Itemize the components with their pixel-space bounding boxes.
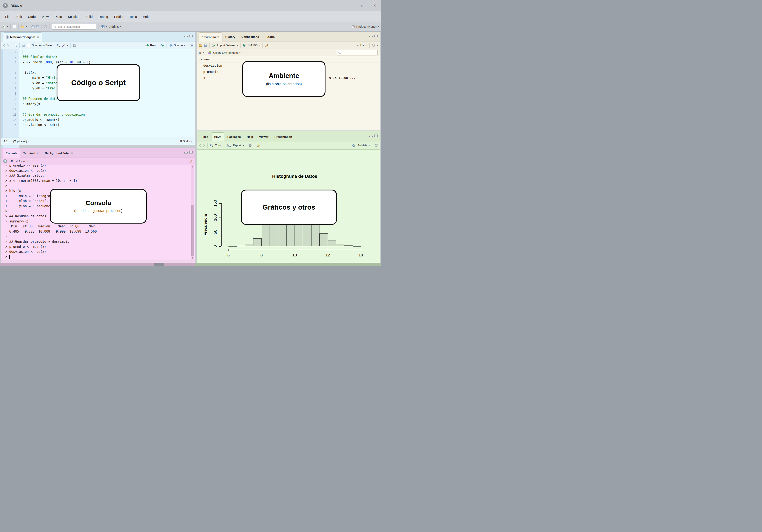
- export-plot-icon[interactable]: [227, 144, 231, 147]
- tab-terminal[interactable]: Terminal✕: [20, 149, 42, 158]
- tab-connections[interactable]: Connections: [238, 32, 262, 41]
- publish-caret-icon[interactable]: ▾: [368, 145, 370, 147]
- list-view-label[interactable]: List: [360, 44, 365, 47]
- console-scrollbar-thumb[interactable]: [191, 205, 194, 256]
- tab-environment[interactable]: Environment: [198, 33, 222, 41]
- tab-presentation[interactable]: Presentation: [271, 132, 295, 141]
- run-button[interactable]: Run: [145, 44, 156, 47]
- clear-console-icon[interactable]: [189, 160, 192, 163]
- maximize-button[interactable]: □: [356, 0, 368, 11]
- language-caret-icon[interactable]: ▾: [203, 52, 204, 54]
- load-workspace-icon[interactable]: [199, 44, 202, 47]
- menu-debug[interactable]: Debug: [96, 15, 111, 19]
- scope-selector[interactable]: (Top Level) ↕: [13, 140, 29, 143]
- code-line-15[interactable]: 15desviacion <- sd(x): [1, 122, 195, 127]
- open-file-icon[interactable]: [21, 25, 25, 29]
- footer-divider-handle[interactable]: [154, 263, 164, 266]
- new-project-icon[interactable]: [13, 25, 16, 29]
- tab-background-jobs[interactable]: Background Jobs✕: [42, 149, 76, 158]
- save-source-icon[interactable]: [22, 44, 25, 47]
- popout-icon[interactable]: [14, 44, 17, 47]
- code-line-11[interactable]: 11summary(x): [1, 101, 195, 106]
- memory-usage-icon[interactable]: [243, 44, 246, 47]
- code-line-1[interactable]: 1: [1, 49, 195, 54]
- pane-minimize-icon[interactable]: [185, 152, 188, 154]
- code-line-14[interactable]: 14promedio <- mean(x): [1, 117, 195, 122]
- addins-caret-icon[interactable]: ▾: [120, 26, 121, 28]
- code-tools-icon[interactable]: [62, 44, 65, 47]
- panes-caret-icon[interactable]: ▾: [106, 26, 107, 28]
- menu-build[interactable]: Build: [82, 15, 96, 19]
- code-line-13[interactable]: 13## Guardar promedio y desviacion: [1, 112, 195, 117]
- global-environment-selector[interactable]: Global Environment: [213, 51, 238, 54]
- print-icon[interactable]: [44, 25, 47, 29]
- forward-icon[interactable]: [7, 44, 9, 47]
- find-replace-icon[interactable]: [57, 44, 60, 47]
- memory-usage-label[interactable]: 144 MiB: [247, 44, 258, 47]
- tab-packages[interactable]: Packages: [224, 132, 244, 141]
- tab-history[interactable]: History: [222, 32, 239, 41]
- next-plot-icon[interactable]: [203, 144, 205, 147]
- tab-plots[interactable]: Plots: [211, 132, 224, 141]
- export-plot-label[interactable]: Export: [233, 144, 241, 147]
- import-caret-icon[interactable]: ▾: [237, 44, 238, 46]
- pane-minimize-icon[interactable]: [185, 36, 188, 37]
- tab-tutorial[interactable]: Tutorial: [262, 32, 278, 41]
- source-on-save-checkbox[interactable]: [27, 44, 30, 47]
- menu-plots[interactable]: Plots: [52, 15, 65, 19]
- publish-label[interactable]: Publish: [357, 144, 367, 147]
- pane-minimize-icon[interactable]: [369, 36, 373, 37]
- clear-plots-icon[interactable]: [257, 144, 260, 147]
- pane-maximize-icon[interactable]: [374, 135, 378, 137]
- zoom-plot-icon[interactable]: [210, 144, 213, 147]
- menu-view[interactable]: View: [39, 15, 52, 19]
- open-file-caret-icon[interactable]: ▾: [26, 26, 27, 28]
- memory-caret-icon[interactable]: ▾: [260, 44, 261, 46]
- new-file-caret-icon[interactable]: ▾: [7, 26, 8, 28]
- menu-tools[interactable]: Tools: [126, 15, 140, 19]
- tab-files[interactable]: Files: [198, 132, 211, 141]
- workspace-panes-icon[interactable]: [101, 25, 105, 29]
- list-caret-icon[interactable]: ▾: [366, 44, 367, 46]
- save-workspace-icon[interactable]: [204, 44, 207, 47]
- clear-environment-icon[interactable]: [265, 44, 268, 47]
- source-button[interactable]: Source ▾: [169, 44, 185, 47]
- publish-icon[interactable]: [352, 144, 356, 147]
- remove-plot-icon[interactable]: [249, 144, 252, 147]
- document-outline-icon[interactable]: [190, 44, 193, 47]
- pane-maximize-icon[interactable]: [374, 35, 378, 37]
- export-caret-icon[interactable]: ▾: [243, 145, 244, 147]
- tab-console[interactable]: Console: [3, 149, 20, 158]
- menu-code[interactable]: Code: [25, 15, 39, 19]
- code-tools-caret-icon[interactable]: ▾: [67, 44, 68, 46]
- menu-help[interactable]: Help: [140, 15, 153, 19]
- menu-profile[interactable]: Profile: [111, 15, 126, 19]
- file-type-selector[interactable]: R Script ↕: [180, 140, 192, 143]
- list-view-icon[interactable]: ≡: [357, 43, 359, 47]
- scroll-down-icon[interactable]: ▼: [191, 257, 194, 259]
- import-dataset-label[interactable]: Import Dataset: [217, 44, 235, 47]
- close-button[interactable]: ✕: [368, 0, 381, 11]
- project-menu[interactable]: Project: (None) ▾: [351, 25, 379, 29]
- tab-close-icon[interactable]: ✕: [71, 152, 73, 155]
- tab-help[interactable]: Help: [244, 132, 256, 141]
- pane-maximize-icon[interactable]: [189, 35, 192, 37]
- menu-file[interactable]: File: [2, 15, 13, 19]
- scroll-up-icon[interactable]: ▲: [191, 166, 194, 168]
- tab-miprimercodigo[interactable]: MiPrimerCodigo.R ✕: [3, 33, 42, 41]
- tab-viewer[interactable]: Viewer: [256, 132, 271, 141]
- zoom-plot-label[interactable]: Zoom: [215, 144, 222, 147]
- pane-minimize-icon[interactable]: [369, 136, 373, 137]
- refresh-caret-icon[interactable]: ▾: [377, 44, 378, 46]
- import-dataset-icon[interactable]: [212, 44, 215, 47]
- save-all-icon[interactable]: [36, 25, 39, 29]
- new-file-icon[interactable]: [2, 25, 6, 29]
- scope-caret-icon[interactable]: ▾: [239, 52, 241, 54]
- refresh-plot-icon[interactable]: [375, 144, 378, 147]
- menu-session[interactable]: Session: [65, 15, 82, 19]
- code-line-2[interactable]: 2### Simular datos:: [1, 54, 195, 60]
- pane-maximize-icon[interactable]: [189, 151, 192, 154]
- tab-close-icon[interactable]: ✕: [37, 36, 39, 39]
- compile-report-icon[interactable]: [73, 44, 76, 47]
- tab-close-icon[interactable]: ✕: [37, 152, 39, 155]
